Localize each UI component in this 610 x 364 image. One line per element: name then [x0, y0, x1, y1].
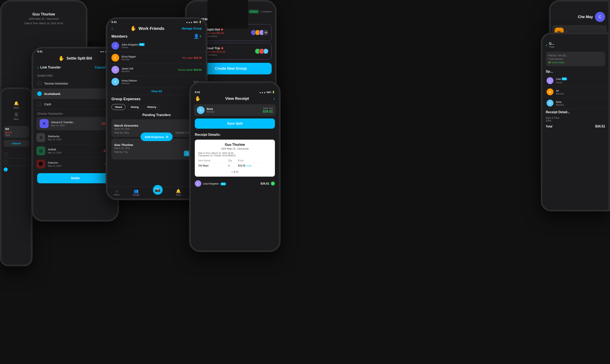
guu-name: Guu Thurlow — [6, 12, 82, 16]
avatar-lisa: L — [195, 180, 201, 187]
radio-selected — [4, 168, 8, 171]
txn-interact[interactable]: ✕ Interact E-Transfer... May 14, 2024 -$… — [36, 117, 114, 130]
status-bar-p3: 9:41 ▲▲▲ WiFi 🔋 — [107, 19, 206, 24]
bank-toronto[interactable]: Toronto Dominion — [33, 78, 117, 89]
manage-group-btn[interactable]: Manage Group — [182, 27, 202, 30]
bg-fill-1 — [87, 0, 106, 41]
radio-cash — [37, 102, 42, 106]
night-out-avatars: +6 — [251, 30, 269, 35]
radio-toronto — [37, 81, 42, 86]
nav-camera-p3[interactable]: 📷 — [153, 189, 163, 196]
save-split-btn[interactable]: Save Split — [195, 118, 275, 129]
view-receipt-title: View Receipt — [225, 96, 249, 101]
receipt-table: Item Name Qty Price Ebi Mayo 1 $16.00 Un… — [198, 159, 272, 168]
txn-icon-interact: ✕ — [40, 119, 49, 128]
nav-alerts-p3[interactable]: 🔔 Alerts — [176, 189, 181, 196]
member-ali-p6[interactable]: A Ali Member — [543, 86, 608, 98]
receipt-detail-label-p6: Receipt Detail... — [543, 109, 608, 116]
bell-icon-p8: 🔔 — [14, 101, 19, 106]
nav-home-p3[interactable]: ⌂ Home — [114, 189, 119, 196]
tab-history[interactable]: History — [144, 104, 160, 110]
che-may-avatar: C — [595, 12, 605, 22]
avatar-sora-p6: S — [546, 100, 554, 106]
txn-starbucks[interactable]: ✕ Starbucks May 14, 2024 -$6.71 — [33, 131, 117, 144]
sora-ref-p8: Sora — [5, 134, 27, 136]
radio-unselected-1 — [4, 152, 8, 156]
nav-more-p8[interactable]: ☰ More — [4, 111, 29, 122]
cancel-label-p8[interactable]: Cancel — [12, 142, 21, 145]
undo-link[interactable]: Undo — [246, 164, 252, 167]
settled-badge: Settled — [249, 10, 259, 13]
bank-scotiabank[interactable]: Scotiabank — [33, 89, 117, 99]
txn-airbnb[interactable]: ⊟ AirBnB May 10, 2024 -$120.76 — [33, 144, 117, 157]
member-javen[interactable]: J Javen Gill Member You're owed: $43.52 — [107, 64, 206, 76]
nav-groups-p3[interactable]: 👥 Groups — [133, 189, 139, 196]
tab-owing[interactable]: Owing — [127, 104, 142, 110]
link-transfer-label: Link Transfer — [40, 66, 61, 69]
night-out-pending-dot — [221, 28, 223, 30]
phone-view-receipt: 9:41 ▲▲▲ WiFi 🔋 ✋ View Receipt ‹ S Sora … — [189, 81, 281, 252]
lisa-row: L Lisa Kingston You $34.51 ✓ — [191, 179, 279, 188]
camera-btn-p3[interactable]: 📷 — [153, 185, 163, 195]
expense-guu-thurlow[interactable]: Add Expense ⊕ Guu Thurlow March 28, 2024… — [111, 139, 202, 159]
hand-icon-p2: ✋ — [58, 55, 65, 61]
group-name-title: Work Friends — [138, 26, 164, 31]
add-expense-label[interactable]: Add Expense — [145, 135, 164, 139]
guu-datetime: Date & Time: March 14, 2024 16:04 — [6, 22, 82, 25]
sora-avatar: S — [197, 106, 205, 114]
back-btn-p5[interactable]: ✋ — [195, 96, 201, 101]
status-bar-p7 — [551, 8, 608, 10]
bell-icon-p3: 🔔 — [176, 189, 181, 194]
home-icon-p3: ⌂ — [116, 189, 118, 193]
bg-fill-bottom — [0, 360, 610, 364]
che-may-name: Che May — [578, 15, 593, 19]
avatar-john: J — [111, 42, 119, 50]
receipt-item-ebi-mayo: Ebi Mayo 1 $16.00 Undo — [199, 163, 271, 168]
avatar-ansa: A — [111, 78, 119, 86]
add-member-icon[interactable]: 👤+ — [194, 34, 202, 39]
tab-owed[interactable]: Owed — [111, 104, 125, 110]
road-trip-avatars — [255, 48, 269, 54]
calc-row: =$% — [198, 170, 272, 173]
back-btn-p2[interactable]: ‹ — [37, 65, 39, 70]
txn-icon-chevron: 🅒 — [36, 159, 45, 169]
phone-narrow-left: 🔔 Alerts ☰ More Bill $34.51 Sora Cancel — [0, 87, 33, 266]
txn-chevron[interactable]: 🅒 Chevron May 10, 2024 -$56.76 — [33, 157, 117, 171]
avatar-erica: E — [111, 54, 119, 62]
member-erica[interactable]: E Erica Nygen Member You owe: $32.76 — [107, 52, 206, 64]
receipt-details-label: Receipt Details: — [195, 133, 221, 137]
nav-alerts-p8[interactable]: 🔔 Alerts — [4, 99, 29, 111]
member-lisa-p6[interactable]: L Lisa You Owner — [543, 75, 608, 86]
guu-address: 1004 Main St., Vancouver — [6, 17, 82, 20]
group-expenses-title: Group Expenses — [111, 97, 141, 101]
member-john[interactable]: J John Kingston You Owner — [107, 40, 206, 52]
members-title: Members — [111, 34, 128, 39]
member-sora-p6[interactable]: S Sora Member — [543, 98, 608, 109]
back-btn-p3[interactable]: ‹ — [111, 26, 113, 31]
groups-icon-p3: 👥 — [133, 189, 139, 194]
bg-fill-2 — [207, 0, 248, 28]
total-row-p6: Total $34.51 — [543, 123, 608, 130]
back-arrow-p5[interactable]: ‹ — [273, 96, 275, 101]
radio-unselected-2 — [4, 160, 8, 164]
settled-with-label: Settled With: — [33, 72, 117, 78]
back-btn-p6[interactable]: ‹ — [546, 42, 547, 48]
avatar-lisa-p6: L — [546, 77, 554, 84]
txn-icon-airbnb: ⊟ — [36, 146, 45, 155]
bill-label-p8: Bill — [5, 128, 27, 130]
settle-button[interactable]: Settle — [37, 173, 113, 183]
plus-icon-add-expense: ⊕ — [166, 135, 169, 139]
check-icon-lisa: ✓ — [271, 182, 275, 186]
paid-by-card: Paid by: You ($1... ⟳ link transact... 🌿… — [546, 52, 605, 66]
sora-info-bar: S Sora Member Owe You $34.51 — [194, 104, 276, 116]
hand-icon-p3: ✋ — [130, 26, 136, 31]
cancel-btn-p2[interactable]: Cancel — [95, 66, 106, 69]
more-icon-p8: ☰ — [14, 112, 18, 117]
bank-cash[interactable]: Cash — [33, 99, 117, 109]
avatar-ali-p6: A — [546, 88, 554, 95]
status-bar-p2: 9:41 ●●● WiFi 🔋 — [33, 48, 117, 54]
status-bar-p5: 9:41 ▲▲▲ WiFi 🔋 — [191, 89, 279, 94]
split-label-p6: Sp... — [543, 68, 608, 75]
view-all-btn[interactable]: View All — [151, 90, 162, 93]
road-trip-pending-dot — [221, 47, 223, 49]
